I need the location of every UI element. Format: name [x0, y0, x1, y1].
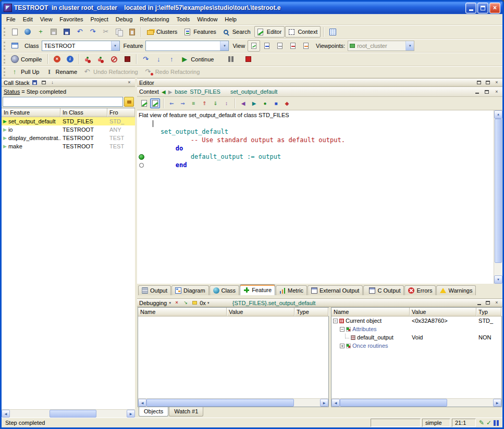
- code-line[interactable]: -- Use standard output as default output…: [137, 136, 494, 144]
- tab-errors[interactable]: Errors: [404, 285, 436, 295]
- search-button[interactable]: Search: [220, 26, 254, 37]
- scroll-track[interactable]: [340, 399, 493, 407]
- code-line[interactable]: do: [137, 144, 494, 153]
- flat-view-button[interactable]: [274, 40, 286, 52]
- tab-feature[interactable]: Feature: [240, 284, 275, 295]
- move-expression-button[interactable]: ↘: [182, 299, 189, 306]
- clusters-button[interactable]: Clusters: [144, 26, 180, 37]
- menu-help[interactable]: Help: [221, 15, 240, 24]
- step-into-button[interactable]: ↓: [152, 54, 165, 65]
- undo-button[interactable]: ↶: [73, 26, 86, 37]
- clients-button[interactable]: ◀: [238, 98, 248, 108]
- scroll-thumb[interactable]: [340, 399, 447, 407]
- tab-diagram[interactable]: Diagram: [171, 285, 209, 295]
- auto-hide-button[interactable]: ↓: [49, 79, 56, 86]
- interface-view-button[interactable]: [300, 40, 312, 52]
- basic-text-view-button[interactable]: [139, 98, 149, 108]
- toolbar-grip[interactable]: [4, 28, 5, 36]
- suppliers-button[interactable]: ▶: [249, 98, 259, 108]
- tab-objects[interactable]: Objects: [139, 407, 168, 417]
- code-line[interactable]: [137, 119, 494, 128]
- class-combobox-dropdown[interactable]: ▼: [111, 41, 119, 51]
- paste-button[interactable]: [126, 26, 138, 37]
- float-editor-button[interactable]: [475, 79, 483, 86]
- cancel-compile-button[interactable]: ×: [51, 54, 63, 65]
- menu-project[interactable]: Project: [87, 15, 112, 24]
- callees-button[interactable]: ⇒: [178, 98, 188, 108]
- column-type[interactable]: Type: [294, 308, 328, 316]
- quick-melt-button[interactable]: [95, 54, 107, 65]
- debugged-feature-link[interactable]: {STD_FILES}.set_output_default: [232, 300, 316, 306]
- contract-view-button[interactable]: [287, 40, 299, 52]
- history-back-button[interactable]: ◀: [162, 89, 166, 95]
- maximize-button[interactable]: [477, 3, 488, 14]
- scroll-thumb[interactable]: [495, 119, 502, 263]
- object-tree-row[interactable]: −Attributes: [331, 325, 501, 333]
- pull-up-button[interactable]: ↑Pull Up: [8, 66, 42, 78]
- scroll-right-button[interactable]: ▶: [320, 399, 328, 407]
- menu-view[interactable]: View: [36, 15, 56, 24]
- watch-table-hscrollbar[interactable]: ◀ ▶: [138, 398, 328, 407]
- finalize-button[interactable]: [121, 54, 133, 65]
- column-value[interactable]: Value: [227, 308, 294, 316]
- breadcrumb-cluster[interactable]: base: [175, 89, 187, 95]
- close-context-button[interactable]: ×: [493, 89, 500, 95]
- feature-combobox-dropdown[interactable]: ▼: [220, 41, 228, 51]
- code-lines[interactable]: set_output_default -- Use standard outpu…: [137, 119, 494, 284]
- hex-format-button[interactable]: 0x▼: [200, 300, 210, 306]
- add-class-button[interactable]: +: [34, 26, 47, 37]
- debugging-header[interactable]: Debugging▼ × ↘ 0x▼ {STD_FILES}.set_outpu…: [137, 298, 502, 307]
- clickable-view-button[interactable]: [261, 40, 273, 52]
- scroll-left-button[interactable]: ◀: [2, 410, 10, 418]
- debugging-menu-button[interactable]: Debugging▼: [139, 300, 171, 306]
- call-stack-row[interactable]: ▶io TESTROOT ANY: [2, 125, 135, 134]
- close-panel-button[interactable]: ×: [126, 79, 133, 86]
- stop-button[interactable]: [242, 54, 254, 65]
- column-from[interactable]: Fro: [107, 108, 135, 117]
- close-debugging-button[interactable]: ×: [493, 299, 500, 306]
- tab-metric[interactable]: Metric: [276, 285, 307, 295]
- objects-table-hscrollbar[interactable]: ◀ ▶: [331, 398, 501, 407]
- breadcrumb-feature[interactable]: set_output_default: [230, 89, 278, 95]
- close-button[interactable]: ×: [489, 3, 500, 14]
- scroll-thumb[interactable]: [146, 399, 294, 407]
- melt-button[interactable]: [82, 54, 94, 65]
- editor-header[interactable]: Editor ×: [137, 78, 502, 87]
- gutter-cell[interactable]: [137, 163, 145, 168]
- redo-button[interactable]: ↷: [87, 26, 99, 37]
- flat-edit-view-button[interactable]: [150, 98, 160, 108]
- class-tool-button[interactable]: [8, 40, 21, 52]
- save-call-stack-button[interactable]: [31, 79, 39, 86]
- execution-point-icon[interactable]: [139, 154, 144, 160]
- tab-output[interactable]: Output: [138, 285, 171, 295]
- editor-code-main[interactable]: Flat view of feature set_output_default …: [137, 110, 494, 284]
- code-line[interactable]: set_output_default: [137, 128, 494, 136]
- call-stack-hscrollbar[interactable]: ◀ ▶: [2, 409, 135, 418]
- scroll-down-button[interactable]: ▼: [494, 275, 502, 284]
- editor-vscrollbar[interactable]: ▼ ▼: [494, 110, 502, 284]
- close-editor-button[interactable]: ×: [493, 79, 500, 86]
- tab-c-output[interactable]: ▼C Output: [363, 285, 404, 295]
- context-toggle-button[interactable]: Context: [285, 26, 321, 37]
- float-context-button[interactable]: [483, 89, 490, 95]
- objects-table-empty-area[interactable]: [331, 350, 501, 398]
- call-stack-row[interactable]: ▶set_output_default STD_FILES STD_: [2, 117, 135, 125]
- menu-file[interactable]: File: [3, 15, 19, 24]
- breakpoint-slot-icon[interactable]: [139, 163, 144, 168]
- column-in-class[interactable]: In Class: [60, 108, 107, 117]
- scroll-thumb[interactable]: [50, 410, 96, 418]
- scroll-up-button[interactable]: ▼: [494, 110, 502, 119]
- call-stack-header[interactable]: Call Stack ↓ ×: [2, 78, 135, 87]
- call-stack-row[interactable]: ▶display_demonstrat... TESTROOT TEST: [2, 134, 135, 142]
- breadcrumb-class[interactable]: STD_FILES: [190, 89, 220, 95]
- column-name[interactable]: Name: [138, 308, 227, 316]
- menu-debug[interactable]: Debug: [112, 15, 136, 24]
- title-bar[interactable]: TESTROOT in cluster root_cluster located…: [2, 2, 502, 14]
- toolbar-grip[interactable]: [4, 55, 5, 64]
- expand-icon[interactable]: +: [340, 344, 345, 348]
- object-tree-row[interactable]: −Current object <0x32A8760> STD_: [331, 317, 501, 325]
- scroll-left-button[interactable]: ◀: [138, 399, 146, 407]
- feature-combobox[interactable]: ▼: [145, 41, 229, 51]
- editor-toggle-button[interactable]: Editor: [254, 26, 285, 37]
- collapse-icon[interactable]: −: [333, 319, 338, 323]
